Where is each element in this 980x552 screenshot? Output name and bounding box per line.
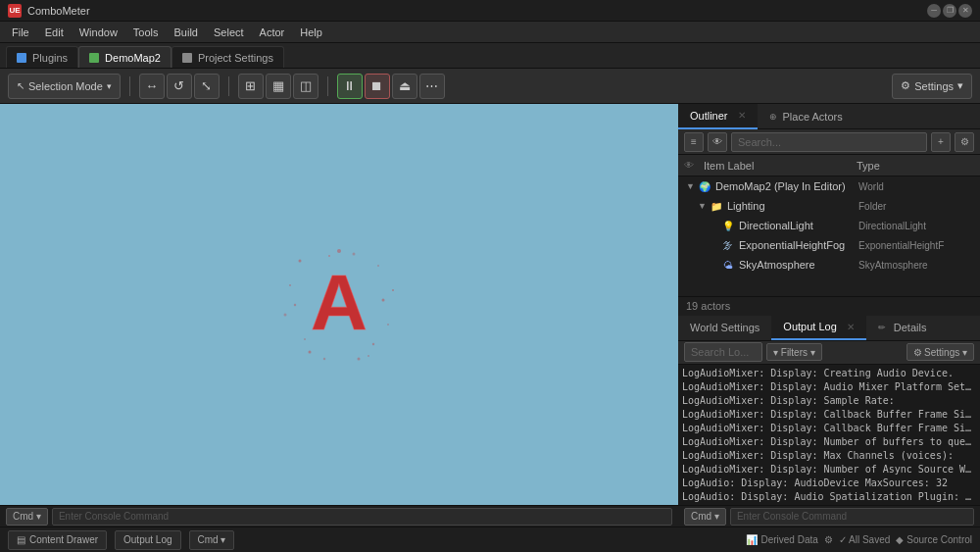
log-line-4: LogAudioMixer: Display: Callback Buffer … (682, 422, 976, 435)
eject-btn[interactable]: ⏏ (392, 74, 417, 99)
place-actors-tab[interactable]: ⊕ Place Actors (758, 104, 855, 129)
outliner-filter-btn[interactable]: ≡ (684, 132, 704, 152)
tab-demomap[interactable]: DemoMap2 (78, 46, 172, 68)
svg-point-12 (337, 249, 341, 253)
outliner-tab[interactable]: Outliner ✕ (678, 104, 758, 129)
tab-project-settings-label: Project Settings (198, 52, 273, 64)
rotate-btn[interactable]: ↺ (167, 74, 192, 99)
tree-arrow-0: ▼ (686, 181, 698, 191)
restore-button[interactable]: ❐ (943, 4, 956, 18)
tree-item-lighting[interactable]: ▼ 📁 Lighting Folder (678, 196, 980, 216)
menu-actor[interactable]: Actor (254, 25, 291, 40)
output-log-status-label: Output Log (123, 534, 172, 545)
toolbar-sep-3 (327, 76, 328, 96)
menu-window[interactable]: Window (74, 25, 123, 40)
actors-count: 19 actors (678, 296, 980, 316)
log-settings-label: Settings ▾ (924, 347, 967, 358)
menu-select[interactable]: Select (208, 25, 250, 40)
output-log-close-icon[interactable]: ✕ (847, 322, 855, 332)
source-control-icon: ◆ (896, 534, 904, 545)
actors-count-label: 19 actors (686, 300, 730, 312)
viewport[interactable]: A A (0, 104, 678, 505)
tree-item-fog[interactable]: 🌫 ExponentialHeightFog ExponentialHeight… (678, 235, 980, 255)
tree-item-directionallight[interactable]: 💡 DirectionalLight DirectionalLight (678, 216, 980, 235)
surface-btn[interactable]: ◫ (293, 74, 318, 99)
derived-data-status[interactable]: 📊 Derived Data (746, 534, 817, 545)
tree-arrow-1: ▼ (698, 201, 710, 211)
sky-type: SkyAtmosphere (858, 260, 976, 271)
fog-label: ExponentialHeightFog (739, 239, 858, 251)
tree-item-skyatmosphere[interactable]: 🌤 SkyAtmosphere SkyAtmosphere (678, 255, 980, 275)
compile-icon: ⚙ (824, 534, 833, 545)
statusbar: ▤ Content Drawer Output Log Cmd ▾ 📊 Deri… (0, 527, 980, 552)
pause-btn[interactable]: ⏸ (337, 74, 363, 99)
log-line-9: LogAudio: Display: Audio Spatialization … (682, 490, 976, 504)
translate-btn[interactable]: ↔ (139, 74, 165, 99)
directionallight-type: DirectionalLight (858, 221, 976, 231)
content-drawer-label: Content Drawer (29, 534, 98, 545)
right-cmd-btn[interactable]: Cmd ▾ (684, 508, 726, 526)
cursor-icon: ↖ (17, 80, 24, 91)
cmd-status-label: Cmd ▾ (198, 534, 226, 545)
settings-btn[interactable]: ⚙ Settings ▾ (892, 74, 972, 99)
more-play-btn[interactable]: ⋯ (419, 74, 445, 99)
details-icon: ✏ (878, 323, 886, 332)
menu-build[interactable]: Build (169, 25, 204, 40)
log-line-1: LogAudioMixer: Display: Audio Mixer Plat… (682, 380, 976, 394)
stop-btn[interactable]: ⏹ (365, 74, 390, 99)
output-log-tab[interactable]: Output Log ✕ (771, 315, 865, 340)
log-settings-btn[interactable]: ⚙ Settings ▾ (906, 343, 974, 361)
output-log-status-btn[interactable]: Output Log (115, 530, 180, 550)
derived-data-icon: 📊 (746, 534, 758, 545)
svg-point-4 (304, 338, 306, 340)
tree-item-world[interactable]: ▼ 🌍 DemoMap2 (Play In Editor) World (678, 176, 980, 196)
ue-logo: A A (280, 246, 398, 364)
menu-edit[interactable]: Edit (39, 25, 70, 40)
details-tab[interactable]: ✏ Details (866, 315, 939, 340)
menu-file[interactable]: File (6, 25, 35, 40)
world-type: World (858, 181, 976, 192)
tab-plugins-label: Plugins (32, 52, 68, 64)
log-line-8: LogAudio: Display: AudioDevice MaxSource… (682, 477, 976, 490)
titlebar-left: UE ComboMeter (8, 4, 90, 18)
outliner-search[interactable] (731, 132, 927, 152)
log-line-5: LogAudioMixer: Display: Number of buffer… (682, 435, 976, 449)
saved-status[interactable]: ✓ All Saved (839, 534, 890, 545)
selection-mode-btn[interactable]: ↖ Selection Mode ▾ (8, 74, 121, 99)
visibility-col-icon: 👁 (684, 160, 700, 171)
world-settings-tab[interactable]: World Settings (678, 315, 771, 340)
settings-tab-icon (182, 53, 192, 63)
outliner-add-btn[interactable]: + (931, 132, 951, 152)
label-col-header: Item Label (700, 160, 857, 172)
demomap-tab-icon (89, 53, 99, 63)
close-button[interactable]: ✕ (958, 4, 972, 18)
menu-tools[interactable]: Tools (127, 25, 165, 40)
source-control-status[interactable]: ◆ Source Control (896, 534, 972, 545)
toolbar-sep-2 (228, 76, 229, 96)
scale-btn[interactable]: ⤡ (194, 74, 220, 99)
snap-btn[interactable]: ⊞ (238, 74, 264, 99)
cmd-status-btn[interactable]: Cmd ▾ (189, 530, 235, 550)
tab-project-settings[interactable]: Project Settings (172, 46, 284, 68)
outliner-close-icon[interactable]: ✕ (738, 110, 746, 121)
play-controls: ⏸ ⏹ ⏏ ⋯ (337, 74, 445, 99)
tabbar: Plugins DemoMap2 Project Settings (0, 43, 980, 69)
center-area: A A Cmd ▾ Outliner ✕ (0, 104, 980, 527)
svg-point-0 (299, 259, 302, 262)
log-line-0: LogAudioMixer: Display: Creating Audio D… (682, 367, 976, 380)
right-console-input[interactable] (730, 508, 974, 526)
tab-plugins[interactable]: Plugins (6, 46, 78, 68)
console-input[interactable] (52, 508, 672, 526)
outliner-settings-btn[interactable]: ⚙ (955, 132, 974, 152)
filters-btn[interactable]: ▾ Filters ▾ (766, 343, 822, 361)
cmd-btn[interactable]: Cmd ▾ (6, 508, 48, 526)
content-drawer-btn[interactable]: ▤ Content Drawer (8, 530, 107, 550)
menu-help[interactable]: Help (294, 25, 328, 40)
sky-label: SkyAtmosphere (739, 259, 858, 271)
log-search[interactable] (684, 342, 762, 362)
lighting-type: Folder (858, 201, 976, 212)
toolbar: ↖ Selection Mode ▾ ↔ ↺ ⤡ ⊞ ▦ ◫ ⏸ ⏹ ⏏ ⋯ ⚙… (0, 69, 980, 104)
grid-btn[interactable]: ▦ (266, 74, 291, 99)
minimize-button[interactable]: ─ (927, 4, 941, 18)
outliner-eye-btn[interactable]: 👁 (708, 132, 727, 152)
